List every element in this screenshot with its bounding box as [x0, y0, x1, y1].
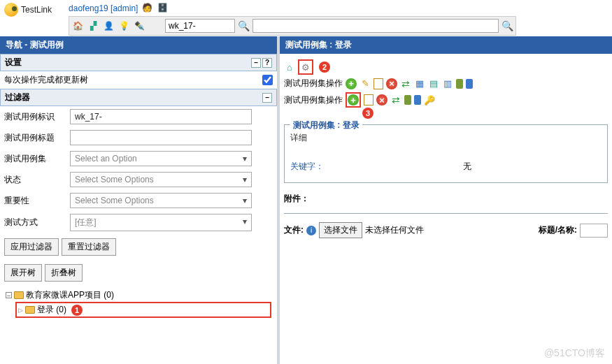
settings-header: 设置 –?: [0, 54, 277, 71]
filters-header: 过滤器 –: [0, 89, 277, 106]
copy-tc-icon[interactable]: [364, 94, 373, 105]
annotation-badge-3: 3: [362, 108, 373, 119]
suite-fieldset: 测试用例集 : 登录 详细 关键字： 无: [284, 124, 608, 183]
help-icon[interactable]: ?: [262, 58, 272, 68]
export-icon[interactable]: [456, 79, 463, 89]
user-profile-icon[interactable]: 👤: [102, 20, 115, 32]
tc-id-input[interactable]: [70, 109, 252, 124]
table-icon[interactable]: ▦: [414, 78, 425, 89]
importance-select[interactable]: Select Some Options: [70, 193, 252, 208]
folder-icon: [25, 306, 35, 314]
choose-file-button[interactable]: 选择文件: [319, 222, 362, 238]
refresh-row: 每次操作完成都更新树: [0, 71, 277, 89]
field-label-id: 测试用例标识: [4, 111, 64, 123]
file-label: 文件:: [284, 224, 304, 236]
home-icon[interactable]: 🏠: [71, 20, 84, 32]
import-tc-icon[interactable]: [414, 95, 421, 105]
chart-icon[interactable]: ▞: [87, 20, 99, 32]
user-icon[interactable]: 🧑: [142, 3, 153, 14]
tree-root[interactable]: – 教育家微课APP项目 (0): [6, 289, 271, 302]
top-toolbar: 🏠 ▞ 👤 💡 ✒️ 🔍 🔍: [69, 16, 516, 36]
suite-ops-label-1: 测试用例集操作: [284, 78, 343, 89]
delete-tc-icon[interactable]: ×: [376, 94, 387, 105]
delete-icon[interactable]: ×: [386, 78, 397, 89]
reset-filter-button[interactable]: 重置过滤器: [62, 238, 116, 256]
suite-select[interactable]: Select an Option: [70, 151, 252, 166]
tree-toggle-icon[interactable]: –: [6, 292, 12, 298]
info-icon[interactable]: i: [306, 226, 316, 235]
detail-label: 详细: [290, 132, 602, 144]
report-icon[interactable]: ▥: [442, 78, 453, 89]
refresh-checkbox[interactable]: [262, 75, 273, 85]
search-icon-2[interactable]: 🔍: [501, 20, 513, 31]
app-logo: TestLink: [4, 3, 52, 17]
expand-tree-button[interactable]: 展开树: [4, 264, 42, 282]
annotation-badge-2: 2: [319, 61, 330, 73]
key-icon[interactable]: 🔑: [424, 94, 435, 105]
title-name-input[interactable]: [580, 224, 608, 238]
collapse-icon-2[interactable]: –: [262, 93, 272, 103]
bulb-icon[interactable]: 💡: [118, 20, 130, 32]
attachments-label: 附件：: [284, 193, 309, 205]
edit-icon[interactable]: ✎: [360, 78, 371, 89]
search-icon-1[interactable]: 🔍: [238, 20, 250, 31]
import-icon[interactable]: [466, 79, 473, 89]
left-title-bar: 导航 - 测试用例: [0, 36, 277, 54]
move-icon[interactable]: ⇄: [400, 78, 411, 89]
tree-child-login[interactable]: ▷ 登录 (0) 1: [15, 302, 271, 318]
tc-title-input[interactable]: [70, 130, 252, 145]
gear-icon[interactable]: ⚙: [300, 61, 311, 73]
export-tc-icon[interactable]: [404, 95, 411, 105]
suite-legend: 测试用例集 : 登录: [290, 119, 362, 131]
suite-ops-label-2: 测试用例集操作: [284, 94, 343, 106]
testcase-tree: – 教育家微课APP项目 (0) ▷ 登录 (0) 1: [0, 286, 277, 321]
list-icon[interactable]: ▤: [428, 78, 439, 89]
field-label-title: 测试用例标题: [4, 132, 64, 144]
add-icon[interactable]: +: [346, 78, 357, 89]
username-label: daofeng19 [admin]: [69, 3, 138, 13]
add-tc-icon[interactable]: +: [348, 94, 359, 105]
tree-expand-icon[interactable]: ▷: [18, 307, 23, 314]
feather-icon[interactable]: ✒️: [133, 20, 145, 32]
field-label-status: 状态: [4, 174, 64, 186]
annotation-badge-1: 1: [71, 305, 83, 316]
copy-icon[interactable]: [373, 78, 383, 89]
right-title-bar: 测试用例集 : 登录: [280, 36, 612, 54]
watermark: @51CTO博客: [544, 347, 605, 360]
field-label-suite: 测试用例集: [4, 153, 64, 165]
field-label-method: 测试方式: [4, 217, 64, 228]
home-icon[interactable]: ⌂: [284, 61, 295, 73]
toolbar-search-input[interactable]: [165, 19, 235, 33]
collapse-tree-button[interactable]: 折叠树: [45, 264, 83, 282]
collapse-icon[interactable]: –: [251, 58, 261, 68]
apply-filter-button[interactable]: 应用过滤器: [4, 238, 59, 256]
title-name-label: 标题/名称:: [539, 224, 577, 236]
no-file-label: 未选择任何文件: [365, 224, 424, 236]
db-icon[interactable]: 🗄️: [157, 3, 169, 14]
method-select[interactable]: [任意]: [70, 214, 252, 231]
field-label-importance: 重要性: [4, 195, 64, 207]
toolbar-search-input-2[interactable]: [252, 19, 499, 33]
folder-icon: [14, 291, 24, 299]
keywords-label: 关键字：: [290, 161, 332, 173]
keywords-value: 无: [332, 161, 602, 173]
move-tc-icon[interactable]: ⇄: [390, 94, 401, 105]
status-select[interactable]: Select Some Options: [70, 172, 252, 187]
